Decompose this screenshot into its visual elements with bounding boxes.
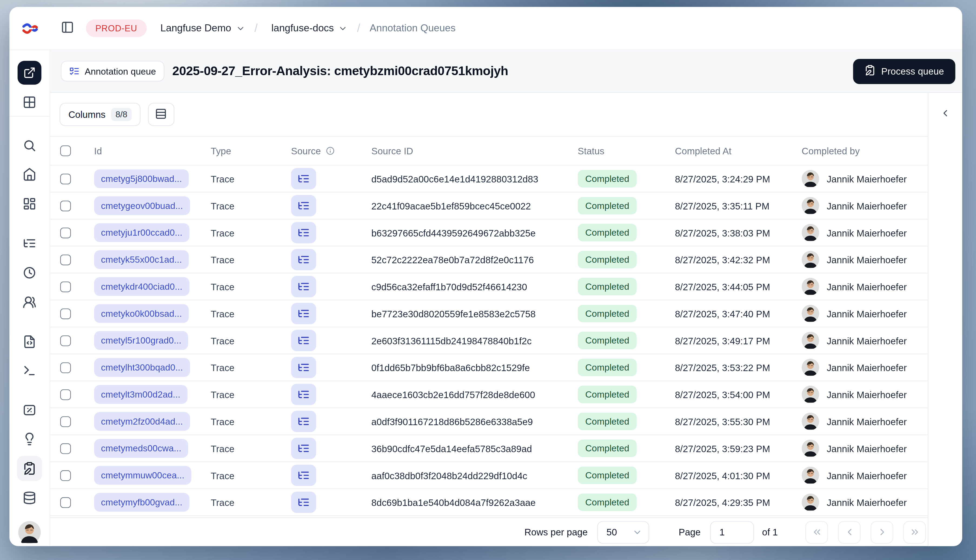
item-id-link[interactable]: cmetykdr400ciad0...	[94, 277, 189, 296]
row-checkbox[interactable]	[60, 470, 71, 480]
source-trace-link[interactable]	[291, 438, 316, 459]
completed-by-name: Jannik Maierhoefer	[827, 282, 907, 292]
process-queue-button[interactable]: Process queue	[853, 58, 955, 84]
item-id-link[interactable]: cmetyl5r100grad0...	[94, 331, 188, 350]
table-row[interactable]: cmetygeov00buad...Trace22c41f09acae5b1ef…	[50, 192, 928, 220]
avatar	[802, 467, 819, 484]
environment-badge[interactable]: PROD-EU	[86, 20, 147, 37]
rows-icon	[155, 108, 167, 122]
source-trace-link[interactable]	[291, 276, 316, 297]
row-checkbox[interactable]	[60, 362, 71, 373]
columns-button[interactable]: Columns 8/8	[60, 103, 140, 126]
table-toolbar: Columns 8/8	[50, 93, 928, 137]
sidebar-item-search-icon[interactable]	[23, 138, 37, 152]
source-trace-link[interactable]	[291, 249, 316, 270]
sidebar-item-square-percent-icon[interactable]	[23, 403, 37, 417]
item-id-link[interactable]: cmetygeov00buad...	[94, 196, 190, 215]
row-checkbox[interactable]	[60, 335, 71, 346]
sidebar-item-database-icon[interactable]	[23, 491, 37, 505]
row-checkbox[interactable]	[60, 254, 71, 265]
sidebar-item-clock-icon[interactable]	[23, 266, 37, 280]
source-trace-link[interactable]	[291, 465, 316, 486]
app-window: PROD-EU Langfuse Demo / langfuse-docs / …	[10, 7, 962, 546]
project-name: langfuse-docs	[272, 23, 334, 34]
completed-by-name: Jannik Maierhoefer	[827, 389, 907, 400]
sidebar-item-clipboard-pen-icon[interactable]	[17, 456, 42, 481]
chevron-right-page-button[interactable]	[871, 521, 893, 543]
source-trace-link[interactable]	[291, 222, 316, 243]
item-id-link[interactable]: cmetylht300bqad0...	[94, 358, 190, 377]
status-badge: Completed	[578, 305, 637, 322]
source-id-cell: c9d56ca32efaff1b70d9d52f46614230	[371, 282, 577, 292]
status-badge: Completed	[578, 332, 637, 349]
source-id-cell: a0df3f901167218d86b5286e6338a5e9	[371, 416, 577, 427]
source-trace-link[interactable]	[291, 330, 316, 351]
source-trace-link[interactable]	[291, 303, 316, 324]
completed-by-cell: Jannik Maierhoefer	[802, 413, 928, 430]
sidebar-item-users-icon[interactable]	[23, 295, 37, 309]
row-checkbox[interactable]	[60, 227, 71, 238]
item-id-link[interactable]: cmetym2fz00d4ad...	[94, 412, 190, 431]
item-id-link[interactable]: cmetymeds00cwa...	[94, 439, 188, 458]
completed-by-cell: Jannik Maierhoefer	[802, 467, 928, 484]
table-row[interactable]: cmetyl5r100grad0...Trace2e603f31361115db…	[50, 327, 928, 354]
item-id-link[interactable]: cmetyg5j800bwad...	[94, 169, 189, 188]
table-row[interactable]: cmetymmuw00cea...Traceaaf0c38db0f3f2048b…	[50, 462, 928, 489]
table-row[interactable]: cmetyk55x00c1ad...Trace52c72c2222ea78e0b…	[50, 247, 928, 273]
chevrons-right-page-button[interactable]	[903, 521, 926, 543]
item-id-link[interactable]: cmetylt3m00d2ad...	[94, 385, 187, 404]
row-checkbox[interactable]	[60, 389, 71, 400]
collapse-panel-button[interactable]	[940, 108, 951, 120]
sidebar-item-dashboard-icon[interactable]	[23, 197, 37, 211]
table-row[interactable]: cmetymyfb00gvad...Trace8dc69b1ba1e540b4d…	[50, 489, 928, 516]
table-row[interactable]: cmetylht300bqad0...Trace0f1dd65b7bb9bf6b…	[50, 354, 928, 382]
source-trace-link[interactable]	[291, 195, 316, 217]
item-id-link[interactable]: cmetymmuw00cea...	[94, 466, 192, 485]
chevron-left-page-button[interactable]	[838, 521, 861, 543]
source-trace-link[interactable]	[291, 492, 316, 513]
item-id-link[interactable]: cmetyk55x00c1ad...	[94, 250, 189, 269]
row-checkbox[interactable]	[60, 497, 71, 508]
breadcrumb-current-section: Annotation Queues	[370, 23, 455, 34]
status-badge: Completed	[578, 197, 637, 215]
sidebar-item-external-link-icon[interactable]	[18, 61, 42, 85]
sidebar-item-file-code-icon[interactable]	[23, 335, 37, 348]
source-trace-link[interactable]	[291, 168, 316, 190]
user-avatar[interactable]	[18, 521, 41, 544]
row-height-button[interactable]	[148, 103, 174, 126]
sidebar-item-grid-icon[interactable]	[23, 95, 37, 109]
org-switcher[interactable]: Langfuse Demo	[160, 23, 245, 34]
table-row[interactable]: cmetykdr400ciad0...Tracec9d56ca32efaff1b…	[50, 273, 928, 300]
source-trace-link[interactable]	[291, 384, 316, 405]
table-row[interactable]: cmetymeds00cwa...Trace36b90cdfc47e5da14e…	[50, 435, 928, 462]
table-row[interactable]: cmetylt3m00d2ad...Trace4aaece1603cb2e16d…	[50, 382, 928, 408]
item-id-link[interactable]: cmetyko0k00bsad...	[94, 304, 189, 323]
rows-per-page-label: Rows per page	[524, 527, 588, 537]
source-trace-link[interactable]	[291, 357, 316, 378]
row-checkbox[interactable]	[60, 308, 71, 318]
table-row[interactable]: cmetyg5j800bwad...Traced5ad9d52a00c6e14e…	[50, 166, 928, 193]
row-checkbox[interactable]	[60, 282, 71, 292]
sidebar-item-terminal-icon[interactable]	[23, 364, 37, 378]
item-id-link[interactable]: cmetyju1r00ccad0...	[94, 223, 189, 242]
row-checkbox[interactable]	[60, 173, 71, 184]
source-trace-link[interactable]	[291, 411, 316, 432]
sidebar-item-list-tree-icon[interactable]	[23, 237, 37, 250]
chevrons-left-page-button[interactable]	[806, 521, 828, 543]
table-row[interactable]: cmetym2fz00d4ad...Tracea0df3f901167218d8…	[50, 408, 928, 435]
sidebar-item-home-icon[interactable]	[23, 167, 37, 181]
status-badge: Completed	[578, 278, 637, 295]
row-checkbox[interactable]	[60, 416, 71, 427]
project-switcher[interactable]: langfuse-docs	[272, 23, 348, 34]
item-id-link[interactable]: cmetymyfb00gvad...	[94, 493, 189, 512]
clipboard-pen-icon	[864, 65, 876, 78]
sidebar-toggle-button[interactable]	[61, 21, 74, 36]
rows-per-page-select[interactable]: 50	[597, 521, 649, 543]
table-row[interactable]: cmetyko0k00bsad...Tracebe7723e30d8020559…	[50, 300, 928, 327]
select-all-checkbox[interactable]	[60, 145, 71, 156]
row-checkbox[interactable]	[60, 443, 71, 453]
sidebar-item-lightbulb-icon[interactable]	[23, 432, 37, 446]
row-checkbox[interactable]	[60, 200, 71, 211]
table-row[interactable]: cmetyju1r00ccad0...Traceb63297665cfd4439…	[50, 220, 928, 247]
page-number-input[interactable]	[710, 521, 754, 543]
